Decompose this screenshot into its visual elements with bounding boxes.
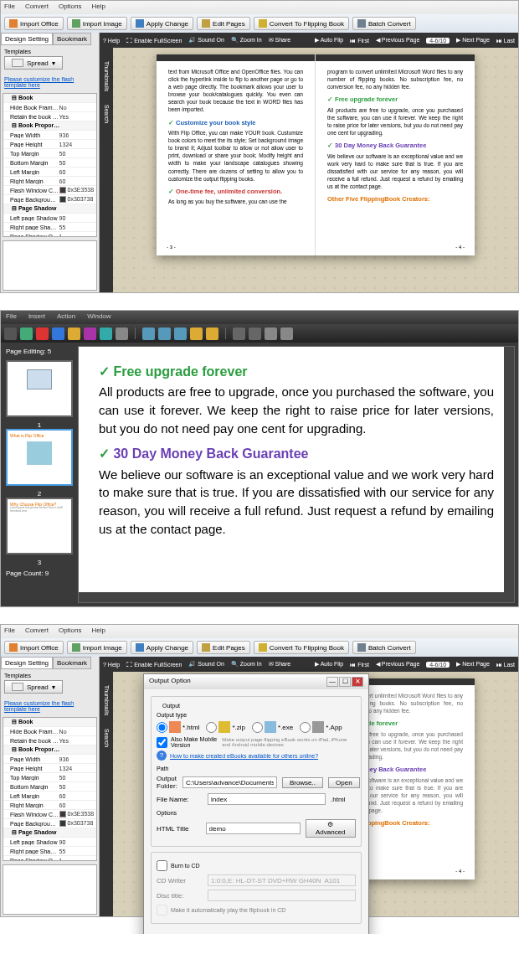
radio-html[interactable]: *.html [157,721,199,733]
apply-change-button[interactable]: Apply Change [131,17,193,30]
maximize-button[interactable]: ☐ [339,677,351,687]
share-button[interactable]: ✉ Share [269,37,291,44]
tool-swf-icon[interactable] [84,328,96,340]
tool-audio-icon[interactable] [52,328,64,340]
property-row[interactable]: Page Width936 [3,131,96,140]
prev-button[interactable]: ◀ Previous Page [376,37,419,44]
tab-design-setting[interactable]: Design Setting [1,657,53,669]
property-row[interactable]: Left page Shadow90 [3,214,96,223]
page-thumb-3[interactable]: Why Choose Flip Office?Lorem ipsum text … [6,498,73,554]
menu-help[interactable]: Help [91,627,105,637]
h-scrollbar[interactable] [79,592,504,602]
menu-help[interactable]: Help [91,3,105,13]
output-folder-input[interactable] [182,776,277,788]
import-image-button[interactable]: Import Image [67,17,127,30]
tool-paste-icon[interactable] [158,328,171,340]
tool-text-icon[interactable] [116,328,128,340]
menu-convert[interactable]: Convert [25,627,49,637]
property-row[interactable]: Page Shadow Opacity1 [3,856,96,861]
property-row[interactable]: ⊟ Book Proportions [3,745,96,755]
search-tab[interactable]: Search [104,100,110,128]
property-row[interactable]: Page Background Color 0x303738 [3,819,96,828]
tool-undo-icon[interactable] [190,328,203,340]
tool-redo-icon[interactable] [206,328,218,340]
property-row[interactable]: Retain the book to centerYes [3,112,96,121]
minimize-button[interactable]: — [326,677,338,687]
open-button[interactable]: Open [328,777,360,788]
property-row[interactable]: Page Height1324 [3,764,96,773]
page-indicator[interactable]: 4-6/10 [426,38,450,44]
edit-pages-button[interactable]: Edit Pages [197,641,250,654]
import-office-button[interactable]: Import Office [4,641,64,654]
spread-dropdown[interactable]: Spread ▾ [4,56,63,70]
property-row[interactable]: Bottom Margin50 [3,782,96,792]
property-row[interactable]: Flash Window Color 0x3E3538 [3,186,96,195]
help-button[interactable]: ? Help [103,662,120,668]
import-office-button[interactable]: Import Office [4,17,64,30]
tool-image-icon[interactable] [68,328,80,340]
zoom-button[interactable]: 🔍 Zoom In [231,37,262,44]
search-tab[interactable]: Search [104,724,110,752]
ed-menu-action[interactable]: Action [57,312,75,322]
property-row[interactable]: Right page Shadow55 [3,223,96,232]
autoflip-button[interactable]: ▶ Auto Flip [315,37,343,44]
editor-canvas[interactable]: ✓ Free upgrade forever All products are … [78,346,515,603]
first-button[interactable]: ⏮ First [350,38,369,44]
property-row[interactable]: Right Margin60 [3,801,96,810]
tool-link-icon[interactable] [20,328,33,340]
next-button[interactable]: ▶ Next Page [456,661,490,668]
menu-convert[interactable]: Convert [25,3,49,13]
property-row[interactable]: Left Margin60 [3,792,96,801]
tool-video-icon[interactable] [36,328,49,340]
customize-link[interactable]: Please customize the flash template here [1,697,99,715]
property-row[interactable]: Top Margin50 [3,773,96,782]
property-row[interactable]: ⊟ Page Shadow [3,204,96,214]
radio-app[interactable]: *.App [300,721,342,733]
property-row[interactable]: Page Width936 [3,755,96,764]
property-row[interactable]: Hide Book Frame BarNo [3,727,96,736]
property-tree[interactable]: ⊟ BookHide Book Frame BarNoRetain the bo… [3,717,97,861]
next-button[interactable]: ▶ Next Page [456,37,490,44]
advanced-button[interactable]: ⚙ Advanced [306,819,356,838]
thumbnails-tab[interactable]: Thumbnails [104,56,110,96]
property-row[interactable]: Flash Window Color 0x3E3538 [3,810,96,819]
file-name-input[interactable] [208,793,326,805]
convert-book-button[interactable]: Convert To Flipping Book [254,641,349,654]
fullscreen-button[interactable]: ⛶ Enable FullScreen [126,662,182,668]
v-scrollbar[interactable] [504,347,514,602]
property-row[interactable]: Right Margin60 [3,177,96,186]
property-row[interactable]: ⊟ Book [3,718,96,727]
last-button[interactable]: ⏭ Last [496,38,515,44]
menu-options[interactable]: Options [59,627,82,637]
ed-menu-file[interactable]: File [6,312,17,322]
property-row[interactable]: ⊟ Book [3,94,96,103]
tool-grid-icon[interactable] [265,328,277,340]
dialog-titlebar[interactable]: Output Option — ☐ ✕ [144,674,368,689]
burn-cd-checkbox[interactable] [157,860,167,871]
property-row[interactable]: Page Shadow Opacity1 [3,232,96,237]
flipbook[interactable]: text from Microsoft Office and OpenOffic… [157,54,475,255]
close-button[interactable]: ✕ [352,677,363,687]
property-tree[interactable]: ⊟ BookHide Book Frame BarNoRetain the bo… [3,93,97,237]
ed-menu-window[interactable]: Window [87,312,110,322]
tool-copy-icon[interactable] [142,328,155,340]
tool-pointer-icon[interactable] [4,328,17,340]
property-row[interactable]: Bottom Margin50 [3,158,96,168]
zoom-button[interactable]: 🔍 Zoom In [231,661,262,668]
radio-exe[interactable]: *.exe [252,721,293,733]
tab-bookmark[interactable]: Bookmark [53,657,91,669]
radio-zip[interactable]: *.zip [206,721,245,733]
property-row[interactable]: Hide Book Frame BarNo [3,103,96,112]
fullscreen-button[interactable]: ⛶ Enable FullScreen [126,38,182,44]
ed-menu-insert[interactable]: Insert [28,312,45,322]
menu-options[interactable]: Options [59,3,82,13]
tool-delete-icon[interactable] [174,328,187,340]
tool-button-icon[interactable] [100,328,112,340]
property-row[interactable]: Page Height1324 [3,140,96,149]
menu-file[interactable]: File [4,627,15,637]
page-thumb-1[interactable] [6,360,73,417]
sound-button[interactable]: 🔊 Sound On [188,661,224,668]
mobile-version-checkbox[interactable] [157,737,167,748]
spread-dropdown[interactable]: Spread ▾ [4,680,63,694]
batch-convert-button[interactable]: Batch Convert [352,17,416,30]
